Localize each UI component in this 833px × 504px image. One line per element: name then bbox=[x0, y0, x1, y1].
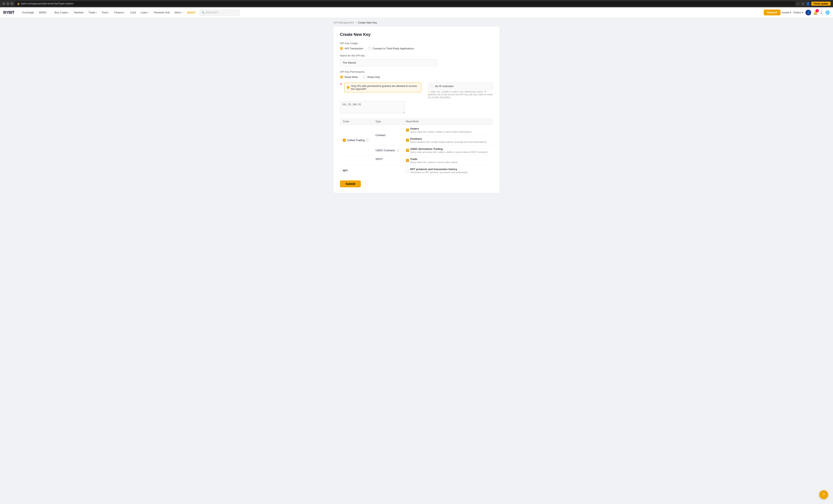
unified-trading-checkbox[interactable]: ✓ Unified Trading i bbox=[343, 139, 370, 142]
radio-dot bbox=[341, 48, 342, 49]
radio-third-party[interactable]: Connect to Third-Party Applications bbox=[368, 47, 414, 50]
positions-perm: Positions Query positions info; modify m… bbox=[410, 137, 486, 143]
submit-button[interactable]: Submit bbox=[340, 181, 361, 187]
ip-address-textarea[interactable]: 161.35.160.91 bbox=[340, 101, 405, 113]
logo[interactable]: BYBIT bbox=[3, 10, 15, 15]
tab-markets[interactable]: Markets bbox=[72, 10, 86, 15]
star-icon[interactable]: ☆ bbox=[797, 2, 800, 5]
ip-restriction-section: ★ Only IPs with permissions granted are … bbox=[340, 82, 493, 114]
tab-card[interactable]: Card bbox=[128, 10, 138, 15]
col-readwrite: Read-Write bbox=[403, 118, 493, 125]
trade-cell-spot bbox=[340, 155, 373, 166]
api-key-permissions-section: API Key Permissions Read-Write Read-Only bbox=[340, 70, 493, 78]
spot-perm: Trade Query order info; submit or cancel… bbox=[410, 158, 457, 163]
permissions-table: Trade Type Read-Write ✓ Unif bbox=[340, 118, 493, 175]
api-key-permissions-label: API Key Permissions bbox=[340, 70, 493, 73]
usdc-info-icon[interactable]: i bbox=[397, 149, 399, 152]
usdc-checked: ✓ bbox=[406, 149, 409, 152]
no-ip-option[interactable]: No IP restriction bbox=[428, 82, 493, 90]
tab-more[interactable]: More ▾ bbox=[173, 10, 185, 15]
ip-only-option[interactable]: Only IPs with permissions granted are al… bbox=[344, 82, 421, 92]
tab-web3[interactable]: WEB3 bbox=[37, 10, 48, 15]
finish-update-button[interactable]: Finish update bbox=[811, 2, 831, 6]
download-icon[interactable]: ⭳ bbox=[819, 10, 823, 15]
radio-api-transaction[interactable]: API Transaction bbox=[340, 47, 363, 50]
tab-tools[interactable]: Tools ▾ bbox=[100, 10, 112, 15]
unified-trading-info-icon[interactable]: i bbox=[366, 139, 369, 142]
col-type: Type bbox=[373, 118, 403, 125]
breadcrumb-separator: > bbox=[355, 21, 357, 24]
navbar: BYBIT Exchange WEB3 Buy Crypto ▾ Markets… bbox=[0, 7, 833, 18]
tab-wsot[interactable]: WSOT bbox=[185, 10, 198, 16]
tab-learn[interactable]: Learn ▾ bbox=[139, 10, 151, 15]
trade-cell-nft: NFT bbox=[340, 166, 373, 176]
unified-trading-label: Unified Trading bbox=[347, 139, 365, 142]
notification-badge: 2 bbox=[815, 9, 819, 13]
refresh-button[interactable]: ↻ bbox=[10, 2, 14, 5]
address-bar[interactable]: 🔒 bybit.com/app/user/add-secret-key?type… bbox=[15, 1, 795, 6]
ro-radio-circle bbox=[363, 75, 366, 78]
radio-read-only[interactable]: Read-Only bbox=[363, 75, 380, 78]
perm-cell-usdc-trading: ✓ USDC Derivatives Trading Query order a… bbox=[403, 145, 493, 155]
nft-perm: NFT products and transaction history Inf… bbox=[410, 168, 468, 173]
api-key-usage-label: API Key Usage bbox=[340, 42, 493, 45]
positions-checked: ✓ bbox=[406, 139, 409, 142]
orders-button[interactable]: Orders ▾ bbox=[793, 11, 804, 14]
assets-button[interactable]: Assets ▾ bbox=[781, 11, 791, 14]
spot-trade-checkbox[interactable]: ✓ Trade Query order info; submit or canc… bbox=[406, 158, 490, 163]
radio-circle-selected bbox=[340, 47, 343, 50]
orders-checked: ✓ bbox=[406, 128, 409, 131]
page-title: Create New Key bbox=[340, 32, 493, 37]
rw-radio-dot bbox=[341, 76, 342, 78]
back-button[interactable]: ← bbox=[2, 2, 5, 5]
api-key-name-section: Name for the API key bbox=[340, 54, 493, 66]
table-row: ✓ Unified Trading i Contract ✓ Orders bbox=[340, 125, 493, 135]
buy-crypto-arrow: ▾ bbox=[68, 11, 69, 14]
search-icon: 🔍 bbox=[201, 11, 205, 14]
rw-radio-circle bbox=[340, 75, 343, 78]
api-key-name-input[interactable] bbox=[340, 59, 437, 66]
perm-cell-positions: ✓ Positions Query positions info; modify… bbox=[403, 135, 493, 145]
api-key-usage-section: API Key Usage API Transaction Connect to… bbox=[340, 42, 493, 50]
breadcrumb-parent[interactable]: API Management bbox=[333, 21, 354, 24]
usdc-perm: USDC Derivatives Trading Query order and… bbox=[410, 147, 487, 153]
extension-icon[interactable]: ◫ bbox=[802, 2, 804, 5]
api-key-usage-radio-group: API Transaction Connect to Third-Party A… bbox=[340, 47, 493, 50]
tab-exchange[interactable]: Exchange bbox=[20, 10, 36, 15]
deposit-button[interactable]: Deposit bbox=[764, 9, 781, 16]
user-profile-icon[interactable]: 👤 bbox=[806, 2, 810, 5]
tab-rewards-hub[interactable]: Rewards Hub bbox=[152, 10, 172, 15]
positions-checkbox[interactable]: ✓ Positions Query positions info; modify… bbox=[406, 137, 490, 143]
unified-trading-checked: ✓ bbox=[343, 139, 346, 142]
table-header-row: Trade Type Read-Write bbox=[340, 118, 493, 125]
usdc-trading-checkbox[interactable]: ✓ USDC Derivatives Trading Query order a… bbox=[406, 147, 490, 153]
tab-trade[interactable]: Trade ▾ bbox=[86, 10, 99, 15]
type-cell-usdc: USDC Contracts i bbox=[373, 145, 403, 155]
support-bubble[interactable]: ? bbox=[819, 490, 828, 499]
ip-restriction-row: ★ Only IPs with permissions granted are … bbox=[340, 82, 493, 99]
perm-cell-spot-trade: ✓ Trade Query order info; submit or canc… bbox=[403, 155, 493, 166]
notification-wrapper: 🔔 2 bbox=[813, 10, 817, 15]
radio-read-write[interactable]: Read-Write bbox=[340, 75, 358, 78]
lock-icon: 🔒 bbox=[17, 2, 20, 5]
learn-arrow: ▾ bbox=[148, 11, 149, 14]
support-icon: ? bbox=[823, 493, 825, 497]
nft-checkbox[interactable]: NFT products and transaction history Inf… bbox=[406, 168, 490, 173]
tools-arrow: ▾ bbox=[109, 11, 110, 14]
url-text: bybit.com/app/user/add-secret-key?type=s… bbox=[21, 2, 73, 5]
table-row: SPOT ✓ Trade Query order info; submit or… bbox=[340, 155, 493, 166]
tab-buy-crypto[interactable]: Buy Crypto ▾ bbox=[53, 10, 71, 15]
search-box[interactable]: 🔍 EOS/USDT bbox=[199, 9, 240, 16]
browser-controls: ← → ↻ bbox=[2, 2, 14, 5]
user-avatar[interactable]: 👤 bbox=[806, 10, 811, 16]
forward-button[interactable]: → bbox=[6, 2, 9, 5]
tab-finance[interactable]: Finance ▾ bbox=[112, 10, 127, 15]
radio-circle-unselected bbox=[368, 47, 371, 50]
api-key-name-label: Name for the API key bbox=[340, 54, 493, 57]
globe-icon[interactable]: 🌐 bbox=[825, 10, 830, 15]
type-cell-spot: SPOT bbox=[373, 155, 403, 166]
assets-arrow: ▾ bbox=[790, 11, 791, 14]
type-cell-contract: Contract bbox=[373, 125, 403, 145]
orders-checkbox[interactable]: ✓ Orders Query order info; submit, modif… bbox=[406, 127, 490, 133]
ip-only-radio-dot bbox=[348, 87, 349, 88]
